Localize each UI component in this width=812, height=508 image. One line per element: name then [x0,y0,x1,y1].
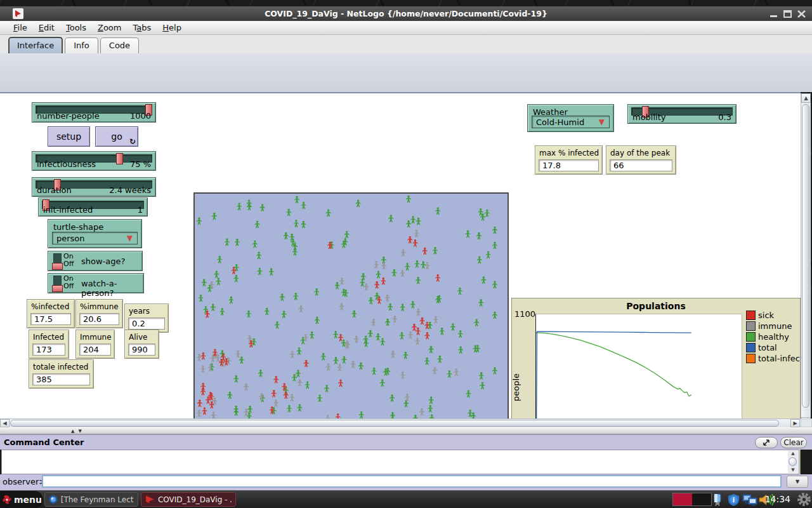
clear-button[interactable]: Clear [780,437,807,448]
legend-item-total: total [746,342,801,353]
legend-swatch [746,343,756,352]
tab-info[interactable]: Info [65,37,98,53]
tab-row: Interface Info Code [0,35,812,53]
scroll-left-icon[interactable]: ◀ [0,419,10,427]
horizontal-scrollbar-thumb[interactable] [10,420,779,427]
plot-legend: sickimmunehealthytotaltotal-infected [746,310,801,364]
svg-text:i: i [733,497,735,504]
browser-icon [49,495,58,504]
netlogo-icon [145,495,155,504]
monitor-day-of-peak: day of the peak66 [606,145,676,175]
scroll-right-icon[interactable]: ▶ [790,419,800,427]
monitor-pct-infected: %infected17.5 [27,299,75,328]
observer-prompt: observer> [3,477,46,486]
menu-bar: FileEditToolsZoomTabsHelp [0,21,812,35]
close-icon[interactable] [796,9,807,18]
scrollbar-corner [801,418,812,427]
setup-button[interactable]: setup [48,126,90,147]
command-center-title: Command Center [0,438,84,447]
taskbar: menu [The Feynman Lect... COVID_19_DaVig… [0,490,812,508]
window-titlebar: COVID_19_DaVig - NetLogo {/home/never/Do… [0,6,812,21]
minimize-button[interactable] [768,9,779,18]
workspace-active[interactable] [673,493,692,505]
chooser-weather[interactable]: Weather Cold-Humid ▼ [527,104,614,132]
maximize-button[interactable] [782,9,793,18]
taskbar-item-netlogo[interactable]: COVID_19_DaVig - ... [141,492,236,507]
plot-line-healthy [536,333,691,396]
menu-button[interactable]: menu [0,491,43,508]
menu-item-tools[interactable]: Tools [60,22,92,34]
output-scrollbar-thumb[interactable] [789,457,797,466]
slider-duration[interactable]: duration2.4 weeks [32,177,156,197]
agent-type-dropdown[interactable]: ▼ [787,476,808,488]
monitor-pct-immune: %immune20.6 [75,299,123,328]
switch-show-age[interactable]: OnOff show-age? [48,251,143,271]
detach-command-center-button[interactable] [755,437,778,448]
menu-item-edit[interactable]: Edit [33,22,60,34]
menu-item-help[interactable]: Help [157,22,187,34]
y-axis-label: people [511,373,521,401]
command-center-output[interactable]: ▲ ▼ [1,450,799,474]
diagonal-arrows-icon [763,439,770,446]
scroll-up-icon[interactable]: ▲ [801,93,811,103]
command-center-input-row: observer> ▼ [0,474,812,490]
legend-swatch [746,332,756,342]
legend-swatch [746,311,756,320]
scroll-up-icon[interactable]: ▲ [788,451,798,457]
y-axis-max: 1100 [514,309,535,319]
toolbar: Edit Delete + Add abc Button ▼ normal sp… [0,53,812,92]
horizontal-scrollbar[interactable]: ◀ ▶ [0,418,801,427]
switch-handle[interactable] [52,263,63,270]
scroll-down-icon[interactable]: ▼ [788,467,798,473]
menu-item-file[interactable]: File [8,22,33,34]
workspace-pager[interactable] [672,493,712,506]
network-icon[interactable] [742,493,759,508]
gear-icon[interactable] [797,492,811,508]
slider-infectiousness[interactable]: infectiousness75 % [32,151,156,171]
taskbar-clock: 14:34 [765,494,790,504]
legend-item-immune: immune [746,321,801,331]
vertical-scrollbar[interactable]: ▲ ▼ [801,93,811,427]
legend-item-healthy: healthy [746,331,801,342]
slider-number-people[interactable]: number-people1000 [32,102,156,123]
command-center-splitter[interactable]: ▲ ▼ [0,427,812,434]
chevron-down-icon: ▼ [599,117,605,126]
slider-init-infected[interactable]: init-infected1 [38,197,148,217]
workspace-inactive[interactable] [692,493,711,505]
forever-loop-icon: ↻ [129,137,136,146]
slider-mobility[interactable]: mobility0.3 [627,104,737,124]
command-center-header: Command Center Clear [0,434,812,450]
splitter-arrows-icon[interactable]: ▲ ▼ [71,429,83,434]
output-scrollbar[interactable]: ▲ ▼ [788,451,798,473]
battery-icon[interactable] [712,493,723,508]
menu-item-zoom[interactable]: Zoom [92,22,127,34]
window-title: COVID_19_DaVig - NetLogo {/home/never/Do… [0,9,812,18]
legend-item-total-infected: total-infected [746,353,801,364]
update-shield-icon[interactable]: i [728,494,739,508]
monitor-alive: Alive990 [124,330,159,359]
monitor-years: years0.2 [124,304,169,333]
monitor-infected: Infected173 [29,330,69,359]
tab-interface[interactable]: Interface [8,37,63,53]
monitor-max-pct-infected: max % infected17.8 [535,145,603,175]
monitor-totale-infected: totale infected385 [29,359,94,389]
vertical-scrollbar-thumb[interactable] [802,104,809,408]
tab-code[interactable]: Code [100,37,139,53]
legend-item-sick: sick [746,310,801,321]
switch-handle[interactable] [52,285,63,292]
distro-logo-icon [2,493,12,507]
interface-canvas: number-people1000 setup go ↻ infectiousn… [0,92,801,418]
command-input[interactable] [42,475,782,488]
legend-swatch [746,321,756,331]
chevron-down-icon: ▼ [127,234,133,243]
switch-watch-a-person[interactable]: OnOff watch-a-person? [48,273,144,293]
taskbar-item-browser[interactable]: [The Feynman Lect... [44,492,138,507]
go-button[interactable]: go ↻ [95,126,138,147]
menu-item-tabs[interactable]: Tabs [127,22,157,34]
chooser-turtle-shape[interactable]: turtle-shape person ▼ [48,219,142,248]
monitor-immune: Immune204 [75,330,115,359]
legend-swatch [746,354,756,363]
